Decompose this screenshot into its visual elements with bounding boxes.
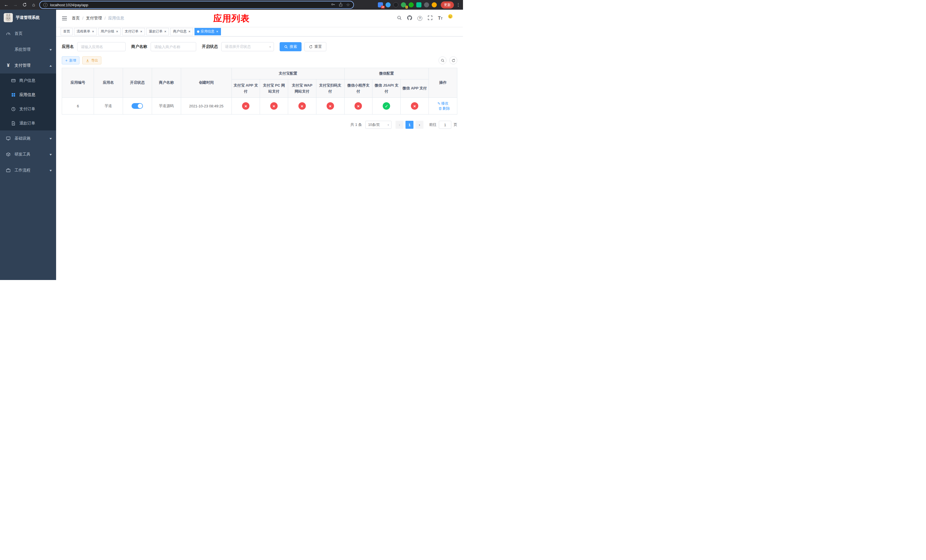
password-key-icon[interactable]: [331, 2, 335, 8]
sidebar-item-infrastructure[interactable]: 基础设施 ▾: [0, 130, 56, 147]
edit-label: 修改: [441, 101, 448, 106]
chevron-down-icon: ▾: [50, 137, 52, 141]
browser-menu-icon[interactable]: ⋮: [456, 2, 460, 8]
goto-page-input[interactable]: [439, 121, 451, 129]
status-cross-icon: ×: [327, 102, 334, 110]
prev-page-button[interactable]: ‹: [395, 121, 404, 129]
tab-merchant-info[interactable]: 商户信息 ×: [170, 28, 193, 35]
cell-wechat-jsapi: ✓: [372, 98, 401, 115]
bank-card-icon: [11, 78, 16, 83]
breadcrumb-payment[interactable]: 支付管理: [86, 16, 102, 21]
current-page[interactable]: 1: [406, 121, 413, 129]
col-group-alipay: 支付宝配置: [232, 68, 344, 79]
status-select[interactable]: 请选择开启状态 ▾: [221, 42, 274, 51]
font-size-icon[interactable]: TT: [438, 16, 442, 21]
fullscreen-icon[interactable]: [428, 15, 433, 21]
cell-alipay-app: ×: [232, 98, 260, 115]
app-name-input[interactable]: [77, 42, 126, 51]
url-text: localhost:1024/pay/app: [50, 3, 328, 7]
tab-home[interactable]: 首页: [61, 28, 73, 35]
close-icon[interactable]: ×: [92, 30, 94, 33]
extension-icon[interactable]: [432, 2, 437, 8]
help-icon[interactable]: ?: [418, 16, 422, 21]
grid-icon: [11, 92, 16, 97]
sidebar-item-payment[interactable]: ¥ 支付管理 ▴: [0, 58, 56, 74]
sidebar-item-label: 支付订单: [20, 106, 35, 112]
sidebar-item-label: 研发工具: [15, 152, 30, 157]
add-button[interactable]: + 新增: [62, 56, 79, 64]
status-cross-icon: ×: [242, 102, 250, 110]
header-search-icon[interactable]: [397, 15, 402, 21]
sidebar-item-dev-tools[interactable]: 研发工具 ▾: [0, 147, 56, 162]
close-icon[interactable]: ×: [164, 30, 166, 33]
tab-app-info[interactable]: 应用信息 ×: [195, 28, 221, 35]
merchant-name-input[interactable]: [151, 42, 196, 51]
breadcrumb-separator: /: [82, 16, 83, 21]
cube-icon: [6, 152, 11, 157]
github-icon[interactable]: [407, 15, 412, 21]
chevron-down-icon: ▾: [50, 48, 52, 51]
yen-icon: ¥: [6, 63, 11, 68]
delete-label: 删除: [442, 106, 450, 111]
site-info-icon[interactable]: i: [43, 3, 48, 7]
reload-icon[interactable]: [21, 2, 28, 8]
search-button[interactable]: 搜索: [280, 42, 301, 51]
url-bar[interactable]: i localhost:1024/pay/app ☆: [39, 1, 354, 9]
browser-update-button[interactable]: 更新: [441, 2, 454, 9]
cell-app-name: 芋道: [94, 98, 123, 115]
col-header-app-id: 应用编号: [62, 68, 94, 98]
breadcrumb-home[interactable]: 首页: [72, 16, 80, 21]
extension-icon[interactable]: [409, 2, 414, 8]
sidebar-item-workflow[interactable]: 工作流程 ▾: [0, 162, 56, 178]
bookmark-star-icon[interactable]: ☆: [346, 2, 350, 8]
status-select-placeholder: 请选择开启状态: [225, 44, 251, 49]
refresh-table-button[interactable]: [449, 56, 457, 64]
status-cross-icon: ×: [411, 102, 418, 110]
sidebar-toggle-icon[interactable]: [62, 16, 67, 21]
export-button[interactable]: 导出: [82, 56, 101, 64]
tab-refund-orders[interactable]: 退款订单 ×: [146, 28, 169, 35]
forward-icon[interactable]: →: [12, 2, 19, 8]
dashboard-icon: [6, 31, 11, 36]
status-toggle[interactable]: [132, 103, 143, 109]
reset-button[interactable]: 重置: [304, 42, 326, 51]
extension-icon[interactable]: [386, 2, 391, 8]
col-header-merchant: 商户名称: [152, 68, 181, 98]
payment-submenu: 商户信息 应用信息 支付订单 退款订单: [0, 74, 56, 130]
home-icon[interactable]: ⌂: [30, 2, 37, 8]
active-tab-dot: [197, 30, 199, 33]
sidebar-item-home[interactable]: 首页: [0, 26, 56, 42]
close-icon[interactable]: ×: [216, 30, 218, 33]
extensions-row: 10 1: [378, 2, 437, 8]
extension-icon[interactable]: [416, 2, 421, 8]
tab-user-group[interactable]: 用户分组 ×: [98, 28, 121, 35]
edit-link[interactable]: ✎ 修改: [437, 101, 448, 106]
sidebar-item-system[interactable]: 系统管理 ▾: [0, 42, 56, 58]
toggle-search-button[interactable]: [439, 56, 446, 64]
cell-actions: ✎ 修改 删除: [429, 98, 457, 115]
sidebar-item-app-info[interactable]: 应用信息: [0, 88, 56, 102]
next-page-button[interactable]: ›: [415, 121, 424, 129]
back-icon[interactable]: ←: [3, 2, 10, 8]
share-icon[interactable]: [339, 2, 343, 8]
sidebar-item-refund-orders[interactable]: 退款订单: [0, 116, 56, 130]
extension-icon[interactable]: 1: [401, 2, 406, 8]
page-size-select[interactable]: 10条/页 ▾: [365, 121, 392, 129]
col-header-alipay-qr: 支付宝扫码支付: [316, 79, 344, 98]
sidebar-item-merchant-info[interactable]: 商户信息: [0, 74, 56, 88]
tab-process-form[interactable]: 流程表单 ×: [74, 28, 97, 35]
status-label: 开启状态: [202, 44, 218, 49]
chevron-down-icon: ▾: [269, 45, 271, 48]
delete-link[interactable]: 删除: [439, 106, 450, 111]
briefcase-icon: [6, 168, 11, 173]
close-icon[interactable]: ×: [116, 30, 118, 33]
col-header-created: 创建时间: [181, 68, 232, 98]
extension-icon[interactable]: [424, 2, 429, 8]
extension-icon[interactable]: [393, 2, 398, 8]
tab-payment-orders[interactable]: 支付订单 ×: [122, 28, 145, 35]
close-icon[interactable]: ×: [140, 30, 142, 33]
extension-icon[interactable]: 10: [378, 2, 383, 8]
user-avatar[interactable]: [448, 14, 457, 23]
sidebar-item-payment-orders[interactable]: 支付订单: [0, 102, 56, 116]
close-icon[interactable]: ×: [188, 30, 191, 33]
